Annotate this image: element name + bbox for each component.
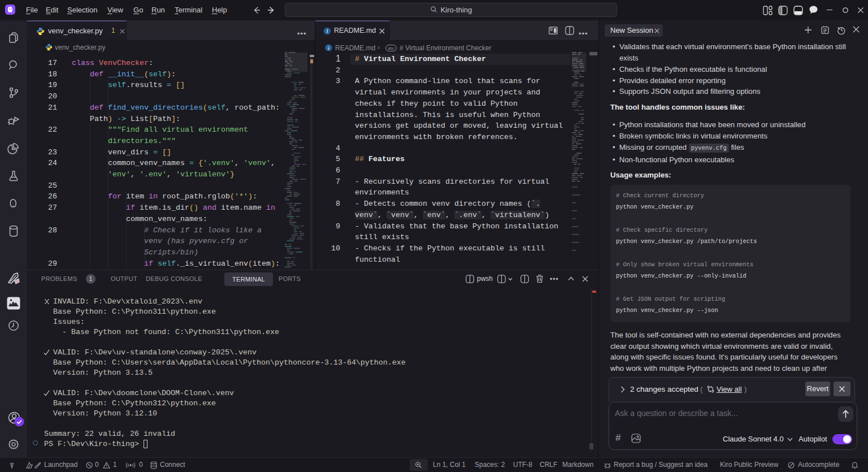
svg-text:i: i — [327, 28, 328, 34]
svg-text:abc: abc — [388, 46, 394, 50]
